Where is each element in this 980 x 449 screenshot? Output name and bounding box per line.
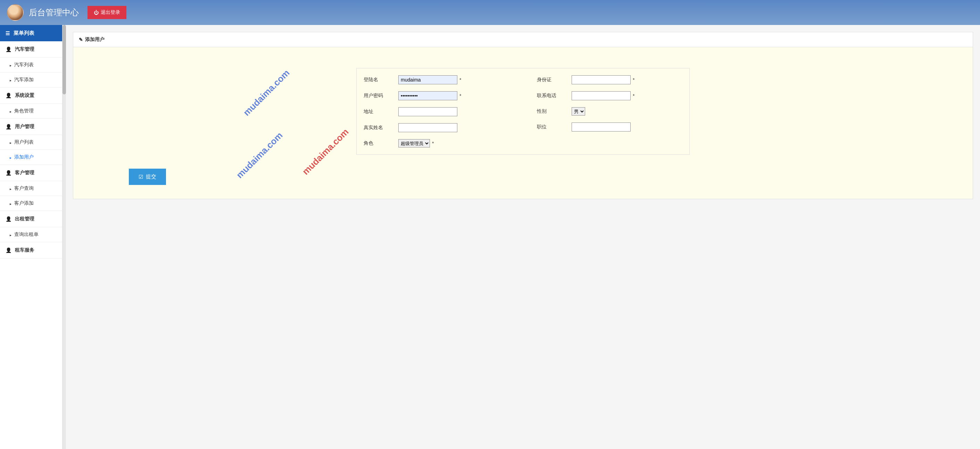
required-star: * xyxy=(633,93,635,98)
logout-label: 退出登录 xyxy=(101,10,120,16)
role-label: 角色 xyxy=(364,140,398,146)
user-icon xyxy=(6,170,11,176)
form-box: 登陆名 * 用户密码 * 地址 xyxy=(356,68,690,155)
menu-group-label: 租车服务 xyxy=(15,247,34,253)
user-icon xyxy=(6,93,11,98)
login-name-label: 登陆名 xyxy=(364,77,398,83)
menu-item-car-add[interactable]: 汽车添加 xyxy=(0,73,62,87)
required-star: * xyxy=(460,77,461,83)
edit-icon xyxy=(79,37,83,42)
phone-label: 联系电话 xyxy=(537,93,572,99)
real-name-input[interactable] xyxy=(398,123,457,132)
logout-button[interactable]: 退出登录 xyxy=(88,6,126,19)
app-title: 后台管理中心 xyxy=(29,7,79,18)
menu-item-rent-query[interactable]: 查询出租单 xyxy=(0,227,62,242)
menu-group-car[interactable]: 汽车管理 xyxy=(0,41,62,58)
watermark: mudaima.com xyxy=(234,130,285,181)
menu-group-label: 系统设置 xyxy=(15,92,34,98)
required-star: * xyxy=(432,141,434,146)
caret-icon xyxy=(10,232,11,237)
menu-item-role[interactable]: 角色管理 xyxy=(0,104,62,119)
menu-header: 菜单列表 xyxy=(0,25,62,41)
menu-item-label: 角色管理 xyxy=(14,108,34,114)
user-icon xyxy=(6,248,11,253)
menu-item-user-add[interactable]: 添加用户 xyxy=(0,150,62,165)
panel-title: 添加用户 xyxy=(85,36,105,43)
menu-group-system[interactable]: 系统设置 xyxy=(0,87,62,104)
menu-item-label: 查询出租单 xyxy=(14,232,38,238)
user-icon xyxy=(6,46,11,52)
required-star: * xyxy=(460,93,461,98)
gender-label: 性别 xyxy=(537,108,572,114)
menu-group-label: 汽车管理 xyxy=(15,46,34,52)
caret-icon xyxy=(10,186,11,191)
menu-item-label: 客户查询 xyxy=(14,185,34,192)
address-label: 地址 xyxy=(364,109,398,115)
submit-button[interactable]: 提交 xyxy=(129,169,166,185)
avatar[interactable] xyxy=(7,4,24,21)
real-name-label: 真实姓名 xyxy=(364,125,398,131)
caret-icon xyxy=(10,201,11,206)
check-icon xyxy=(138,174,143,180)
watermark: mudaima.com xyxy=(301,127,351,177)
menu-item-label: 汽车添加 xyxy=(14,77,34,83)
menu-header-label: 菜单列表 xyxy=(14,30,34,36)
menu-group-rentcar[interactable]: 租车服务 xyxy=(0,242,62,259)
panel-header: 添加用户 xyxy=(73,32,973,47)
caret-icon xyxy=(10,140,11,145)
user-icon xyxy=(6,216,11,222)
power-icon xyxy=(94,10,99,15)
submit-label: 提交 xyxy=(146,173,156,180)
menu-item-label: 客户添加 xyxy=(14,200,34,206)
form-right-column: 身份证 * 联系电话 * 性别 xyxy=(537,75,682,148)
menu-group-rent[interactable]: 出租管理 xyxy=(0,211,62,227)
required-star: * xyxy=(633,77,635,83)
menu-item-customer-query[interactable]: 客户查询 xyxy=(0,181,62,196)
caret-icon xyxy=(10,62,11,68)
watermark: mudaima.com xyxy=(241,68,292,118)
menu-item-label: 汽车列表 xyxy=(14,62,34,68)
menu-group-user[interactable]: 用户管理 xyxy=(0,119,62,135)
menu-group-label: 用户管理 xyxy=(15,124,34,130)
menu-group-label: 出租管理 xyxy=(15,216,34,222)
form-left-column: 登陆名 * 用户密码 * 地址 xyxy=(364,75,509,148)
password-label: 用户密码 xyxy=(364,93,398,99)
menu-group-label: 客户管理 xyxy=(15,170,34,176)
header-bar: 后台管理中心 退出登录 xyxy=(0,0,980,25)
position-input[interactable] xyxy=(572,122,631,132)
menu-item-user-list[interactable]: 用户列表 xyxy=(0,135,62,150)
sidebar-scrollbar[interactable] xyxy=(62,25,66,449)
scrollbar-thumb[interactable] xyxy=(62,25,66,94)
menu-item-label: 添加用户 xyxy=(14,154,34,160)
password-input[interactable] xyxy=(398,91,457,100)
user-icon xyxy=(6,124,11,129)
menu-item-customer-add[interactable]: 客户添加 xyxy=(0,196,62,211)
menu-group-customer[interactable]: 客户管理 xyxy=(0,165,62,181)
panel-body: 登陆名 * 用户密码 * 地址 xyxy=(73,47,973,199)
caret-icon xyxy=(10,77,11,83)
menu-item-label: 用户列表 xyxy=(14,139,34,145)
position-label: 职位 xyxy=(537,124,572,130)
list-icon xyxy=(6,30,10,36)
phone-input[interactable] xyxy=(572,91,631,100)
role-select[interactable]: 超级管理员 xyxy=(398,139,430,148)
id-card-input[interactable] xyxy=(572,75,631,84)
menu-item-car-list[interactable]: 汽车列表 xyxy=(0,58,62,73)
sidebar: 菜单列表 汽车管理 汽车列表 汽车添加 系统设置 角色管理 用户管理 用 xyxy=(0,25,62,449)
address-input[interactable] xyxy=(398,107,457,116)
gender-select[interactable]: 男 xyxy=(572,107,585,116)
login-name-input[interactable] xyxy=(398,75,457,84)
caret-icon xyxy=(10,154,11,160)
content-area: 添加用户 登陆名 * 用户密码 xyxy=(66,25,980,449)
caret-icon xyxy=(10,108,11,114)
panel: 添加用户 登陆名 * 用户密码 xyxy=(73,32,973,199)
id-card-label: 身份证 xyxy=(537,77,572,83)
